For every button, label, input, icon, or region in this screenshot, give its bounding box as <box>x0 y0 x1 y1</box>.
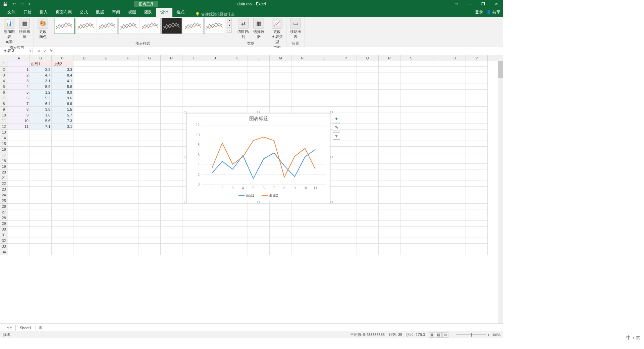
cell[interactable] <box>335 84 357 90</box>
cell[interactable] <box>117 158 139 164</box>
cell[interactable] <box>466 244 488 249</box>
cell[interactable] <box>30 238 52 244</box>
cell[interactable] <box>400 72 422 78</box>
cell[interactable] <box>270 90 291 95</box>
cell[interactable] <box>422 152 444 158</box>
cell[interactable]: 8 <box>8 107 30 112</box>
cell[interactable] <box>335 141 357 147</box>
cell[interactable] <box>248 244 270 249</box>
row-header[interactable]: 11 <box>0 118 8 124</box>
cell[interactable] <box>30 158 52 164</box>
cell[interactable] <box>379 152 400 158</box>
cell[interactable] <box>357 198 379 204</box>
cell[interactable] <box>95 175 117 181</box>
cell[interactable] <box>117 141 139 147</box>
cell[interactable] <box>95 215 117 221</box>
cell[interactable] <box>335 232 357 238</box>
cell[interactable] <box>335 147 357 152</box>
cell[interactable] <box>30 192 52 198</box>
cell[interactable] <box>379 209 400 215</box>
cell[interactable] <box>422 72 444 78</box>
row-header[interactable]: 29 <box>0 221 8 227</box>
cell[interactable] <box>270 215 291 221</box>
cell[interactable] <box>466 209 488 215</box>
cell[interactable] <box>379 249 400 255</box>
cell[interactable] <box>204 249 226 255</box>
cell[interactable] <box>139 249 161 255</box>
cell[interactable] <box>95 78 117 84</box>
cell[interactable] <box>30 152 52 158</box>
tab-design[interactable]: 设计 <box>156 8 172 17</box>
cell[interactable] <box>95 152 117 158</box>
zoom-control[interactable]: − + 100% <box>452 333 500 337</box>
cell[interactable] <box>379 169 400 175</box>
column-header[interactable]: T <box>422 55 444 61</box>
cell[interactable] <box>95 249 117 255</box>
cell[interactable] <box>400 67 422 72</box>
cell[interactable] <box>248 204 270 209</box>
cell[interactable] <box>379 198 400 204</box>
cell[interactable] <box>291 238 313 244</box>
cell[interactable] <box>335 169 357 175</box>
cell[interactable] <box>161 192 182 198</box>
cell[interactable] <box>139 107 161 112</box>
cell[interactable] <box>30 221 52 227</box>
cell[interactable] <box>8 175 30 181</box>
cell[interactable] <box>95 135 117 141</box>
cell[interactable] <box>226 101 248 107</box>
cell[interactable] <box>117 244 139 249</box>
cell[interactable] <box>379 175 400 181</box>
cell[interactable] <box>30 130 52 135</box>
cell[interactable] <box>161 112 182 118</box>
cell[interactable] <box>422 101 444 107</box>
cell[interactable] <box>466 107 488 112</box>
cell[interactable] <box>182 238 204 244</box>
cell[interactable] <box>444 175 466 181</box>
cell[interactable] <box>95 112 117 118</box>
cell[interactable] <box>379 95 400 101</box>
row-header[interactable]: 22 <box>0 181 8 187</box>
cell[interactable] <box>466 227 488 232</box>
cell[interactable] <box>52 192 73 198</box>
cell[interactable] <box>161 130 182 135</box>
cell[interactable] <box>400 95 422 101</box>
view-layout-icon[interactable]: ▤ <box>436 332 442 338</box>
cell[interactable] <box>95 192 117 198</box>
cell[interactable] <box>270 238 291 244</box>
cell[interactable] <box>357 175 379 181</box>
cell[interactable] <box>466 204 488 209</box>
cell[interactable] <box>444 90 466 95</box>
cell[interactable] <box>139 90 161 95</box>
cell[interactable]: 1 <box>8 67 30 72</box>
cell[interactable] <box>73 152 95 158</box>
cell[interactable] <box>226 215 248 221</box>
cell[interactable] <box>466 112 488 118</box>
zoom-slider[interactable] <box>456 334 486 335</box>
vertical-scrollbar[interactable] <box>498 61 503 323</box>
row-header[interactable]: 34 <box>0 249 8 255</box>
cell[interactable] <box>379 192 400 198</box>
maximize-icon[interactable]: ❐ <box>476 0 490 8</box>
cell[interactable]: 6.4 <box>30 101 52 107</box>
cell[interactable] <box>95 67 117 72</box>
cell[interactable]: 7.3 <box>52 118 73 124</box>
cell[interactable] <box>313 209 335 215</box>
cell[interactable] <box>291 232 313 238</box>
cell[interactable] <box>379 118 400 124</box>
cell[interactable] <box>422 215 444 221</box>
row-header[interactable]: 7 <box>0 95 8 101</box>
cell[interactable] <box>379 181 400 187</box>
row-header[interactable]: 23 <box>0 187 8 192</box>
cell[interactable] <box>117 221 139 227</box>
cell[interactable] <box>270 221 291 227</box>
cell[interactable] <box>117 249 139 255</box>
cell[interactable] <box>139 244 161 249</box>
cell[interactable] <box>400 204 422 209</box>
cell[interactable] <box>422 187 444 192</box>
cell[interactable] <box>117 215 139 221</box>
cell[interactable] <box>182 209 204 215</box>
cell[interactable] <box>139 124 161 130</box>
cell[interactable] <box>117 232 139 238</box>
cell[interactable] <box>8 238 30 244</box>
view-pagebreak-icon[interactable]: ▭ <box>442 332 448 338</box>
